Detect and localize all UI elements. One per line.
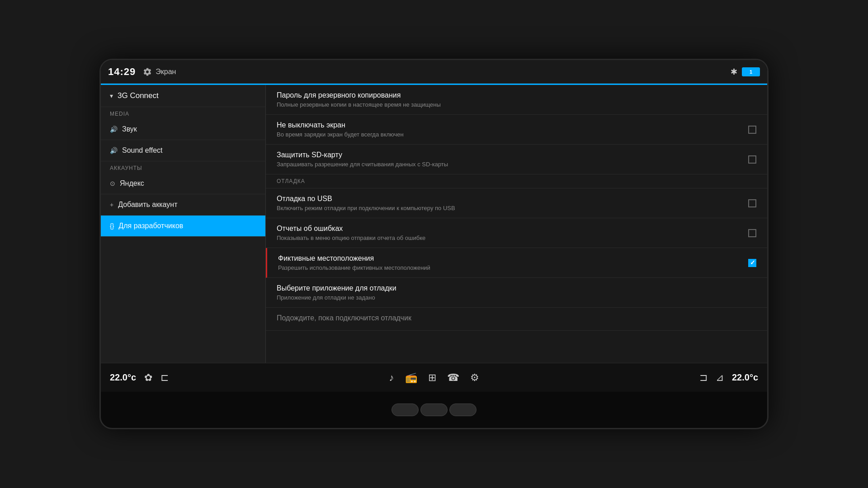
- physical-button-middle[interactable]: [420, 404, 448, 416]
- settings-icon: [143, 67, 152, 76]
- setting-error-reports[interactable]: Отчеты об ошибках Показывать в меню опци…: [266, 218, 767, 248]
- setting-title: Фиктивные местоположения: [278, 254, 748, 263]
- setting-info: Подождите, пока подключится отладчик: [277, 314, 756, 324]
- setting-subtitle: Разрешить использование фиктивных местоп…: [278, 264, 748, 271]
- setting-info: Защитить SD-карту Запрашивать разрешение…: [277, 151, 748, 168]
- wifi-icon: ▾: [110, 92, 113, 99]
- setting-debug-app[interactable]: Выберите приложение для отладки Приложен…: [266, 278, 767, 308]
- setting-protect-sd[interactable]: Защитить SD-карту Запрашивать разрешение…: [266, 145, 767, 174]
- radio-icon[interactable]: 📻: [405, 372, 417, 384]
- main-content: ▾ 3G Connect MEDIA 🔊 Звук 🔊 Sound effect…: [101, 85, 767, 363]
- setting-usb-debug[interactable]: Отладка по USB Включить режим отладки пр…: [266, 188, 767, 218]
- setting-checkbox[interactable]: [748, 126, 756, 134]
- top-right-controls: ✱ 1: [731, 67, 760, 77]
- sidebar-item-label: Звук: [122, 125, 137, 133]
- setting-title: Выберите приложение для отладки: [277, 284, 756, 292]
- top-bar: 14:29 Экран ✱ 1: [101, 60, 767, 84]
- setting-keep-screen[interactable]: Не выключать экран Во время зарядки экра…: [266, 115, 767, 145]
- setting-mock-locations[interactable]: Фиктивные местоположения Разрешить испол…: [266, 248, 767, 278]
- screen: 14:29 Экран ✱ 1 ▾ 3G Connect MEDIA: [101, 60, 767, 392]
- setting-title: Пароль для резервного копирования: [277, 91, 756, 99]
- clock: 14:29: [108, 66, 136, 78]
- seat-heat-icon[interactable]: ⊏: [160, 372, 169, 384]
- sidebar-item-developer[interactable]: {} Для разработчиков: [101, 216, 265, 237]
- phone-icon[interactable]: ☎: [447, 372, 459, 384]
- menu-grid-icon[interactable]: ⊞: [428, 372, 436, 384]
- setting-title: Отладка по USB: [277, 195, 748, 203]
- setting-title: Отчеты об ошибках: [277, 225, 748, 233]
- sidebar-item-add-account[interactable]: + Добавить аккаунт: [101, 194, 265, 216]
- setting-checkbox[interactable]: [748, 155, 756, 164]
- bluetooth-icon: ✱: [731, 67, 737, 77]
- right-panel: Пароль для резервного копирования Полные…: [266, 85, 767, 363]
- bottom-toolbar: 22.0°c ✿ ⊏ ♪ 📻 ⊞ ☎ ⚙ ⊐ ⊿ 22.0°c: [101, 363, 767, 392]
- setting-title: Подождите, пока подключится отладчик: [277, 314, 756, 322]
- sidebar-item-3g-connect[interactable]: ▾ 3G Connect: [101, 85, 265, 107]
- physical-button-left[interactable]: [392, 404, 419, 416]
- sidebar-item-label: Яндекс: [120, 179, 144, 188]
- toolbar-right: ⊐ ⊿ 22.0°c: [699, 372, 758, 384]
- speaker-icon: 🔊: [110, 126, 118, 133]
- sidebar-item-label: Добавить аккаунт: [118, 201, 177, 209]
- setting-subtitle: Приложение для отладки не задано: [277, 294, 756, 301]
- temp-right: 22.0°c: [732, 372, 758, 383]
- signal-indicator: 1: [742, 67, 760, 76]
- settings-icon[interactable]: ⚙: [470, 372, 479, 384]
- setting-checkbox[interactable]: [748, 229, 756, 237]
- car-frame: 14:29 Экран ✱ 1 ▾ 3G Connect MEDIA: [99, 59, 769, 429]
- setting-title: Защитить SD-карту: [277, 151, 748, 159]
- toolbar-left: 22.0°c ✿ ⊏: [110, 372, 169, 384]
- fan-icon[interactable]: ✿: [144, 372, 152, 384]
- music-icon[interactable]: ♪: [389, 372, 394, 384]
- toolbar-center: ♪ 📻 ⊞ ☎ ⚙: [169, 372, 699, 384]
- physical-button-right[interactable]: [449, 404, 476, 416]
- sidebar-item-sound[interactable]: 🔊 Звук: [101, 119, 265, 140]
- screen-title: Экран: [156, 68, 176, 76]
- setting-info: Фиктивные местоположения Разрешить испол…: [278, 254, 748, 271]
- setting-subtitle: Включить режим отладки при подключении к…: [277, 205, 748, 211]
- sidebar-item-label: Sound effect: [122, 146, 163, 155]
- section-header-debug: ОТЛАДКА: [266, 174, 767, 188]
- sidebar-item-label: Для разработчиков: [118, 222, 183, 230]
- setting-subtitle: Запрашивать разрешение для считывания да…: [277, 161, 748, 168]
- setting-backup-password[interactable]: Пароль для резервного копирования Полные…: [266, 85, 767, 115]
- setting-checkbox-checked[interactable]: [748, 259, 756, 267]
- setting-info: Отладка по USB Включить режим отладки пр…: [277, 195, 748, 211]
- setting-subtitle: Полные резервные копии в настоящее время…: [277, 101, 756, 108]
- sidebar-category-media: MEDIA: [101, 107, 265, 119]
- setting-info: Не выключать экран Во время зарядки экра…: [277, 121, 748, 138]
- screen-label: Экран: [143, 67, 176, 76]
- setting-subtitle: Показывать в меню опцию отправки отчета …: [277, 235, 748, 241]
- recline-icon[interactable]: ⊿: [716, 372, 724, 384]
- setting-title: Не выключать экран: [277, 121, 748, 129]
- seat-right-icon[interactable]: ⊐: [699, 372, 708, 384]
- plus-icon: +: [110, 201, 113, 208]
- setting-checkbox[interactable]: [748, 199, 756, 207]
- physical-buttons: [389, 392, 479, 428]
- speaker2-icon: 🔊: [110, 147, 118, 154]
- setting-wait-debugger: Подождите, пока подключится отладчик: [266, 308, 767, 331]
- sidebar-item-sound-effect[interactable]: 🔊 Sound effect: [101, 140, 265, 161]
- setting-subtitle: Во время зарядки экран будет всегда вклю…: [277, 131, 748, 138]
- setting-info: Пароль для резервного копирования Полные…: [277, 91, 756, 108]
- setting-info: Отчеты об ошибках Показывать в меню опци…: [277, 225, 748, 241]
- sidebar: ▾ 3G Connect MEDIA 🔊 Звук 🔊 Sound effect…: [101, 85, 266, 363]
- sidebar-item-yandex[interactable]: ⊙ Яндекс: [101, 173, 265, 194]
- yandex-icon: ⊙: [110, 180, 115, 187]
- sidebar-item-label: 3G Connect: [118, 91, 159, 100]
- sidebar-category-accounts: АККАУНТЫ: [101, 161, 265, 173]
- temp-left: 22.0°c: [110, 372, 136, 383]
- setting-info: Выберите приложение для отладки Приложен…: [277, 284, 756, 301]
- code-icon: {}: [110, 222, 114, 230]
